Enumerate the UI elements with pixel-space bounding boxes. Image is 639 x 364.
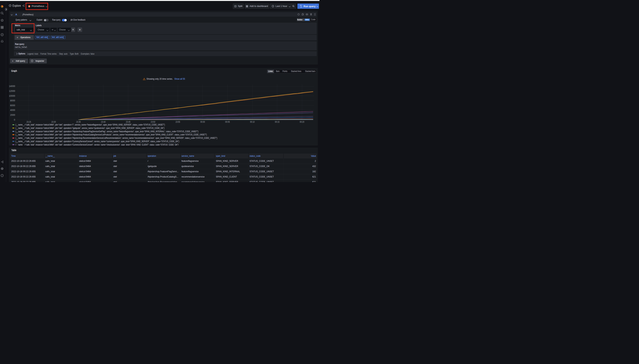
svg-text:10000: 10000 [9,94,15,97]
svg-text:23:45: 23:45 [126,120,130,123]
svg-text:23:40: 23:40 [101,120,106,123]
svg-text:?: ? [2,175,2,176]
svg-text:23:30: 23:30 [51,120,56,123]
svg-text:0: 0 [14,118,15,121]
svg-text:4000: 4000 [10,109,15,112]
svg-text:14000: 14000 [9,85,15,88]
svg-text:?: ? [298,14,299,15]
svg-text:6000: 6000 [10,104,15,106]
svg-text:00:00: 00:00 [200,120,205,123]
svg-text:00:15: 00:15 [275,120,280,123]
svg-text:8000: 8000 [10,99,15,102]
svg-text:23:55: 23:55 [176,120,180,123]
svg-text:00:05: 00:05 [225,120,230,123]
svg-text:12000: 12000 [9,90,15,92]
svg-text:23:50: 23:50 [150,120,155,123]
svg-text:23:35: 23:35 [76,120,81,123]
svg-text:23:25: 23:25 [26,120,31,123]
svg-text:00:10: 00:10 [250,120,255,123]
svg-text:00:20: 00:20 [300,120,304,123]
svg-text:2000: 2000 [10,114,15,116]
